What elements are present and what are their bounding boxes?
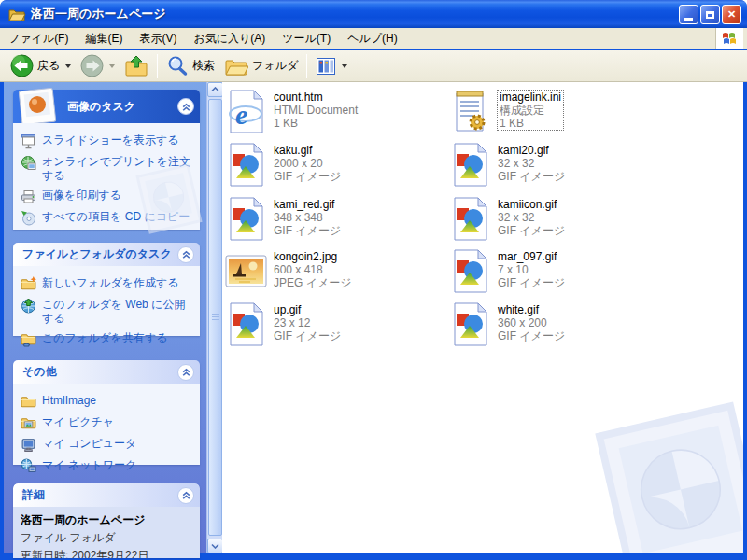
file-dimensions: 348 x 348 [274,211,341,224]
folders-label: フォルダ [252,58,298,74]
task-label: このフォルダを Web に公開する [42,298,194,326]
folder-window-icon [7,5,26,23]
file-type: GIF イメージ [274,329,341,343]
title-bar[interactable]: 洛西一周のホームページ ✕ [0,0,747,28]
search-button[interactable]: 検索 [162,52,219,80]
file-folder-tasks-header[interactable]: ファイルとフォルダのタスク [13,243,200,266]
gif-file-icon [448,197,492,241]
toolbar-separator [306,54,307,78]
file-name: kongoin2.jpg [274,250,352,263]
file-name: up.gif [274,303,341,316]
file-dimensions: 32 x 32 [498,211,565,224]
back-dropdown-arrow[interactable] [65,64,71,68]
file-type: GIF イメージ [274,170,341,183]
file-dimensions: 360 x 200 [498,316,565,329]
task-publish-web[interactable]: このフォルダを Web に公開する [21,298,194,326]
menu-file[interactable]: ファイル(F) [0,28,77,49]
place-label: マイ ネットワーク [42,458,136,474]
file-white-gif[interactable]: white.gif 360 x 200 GIF イメージ [448,302,668,351]
file-name: white.gif [498,303,565,316]
picture-tasks-icon [17,86,58,127]
details-folder-name: 洛西一周のホームページ [21,512,192,528]
collapse-chevron-icon[interactable] [177,364,194,381]
folders-button[interactable]: フォルダ [219,52,303,80]
place-my-computer[interactable]: マイ コンピュータ [21,437,194,453]
order-prints-icon [21,155,36,171]
file-dimensions: 7 x 10 [498,263,565,276]
scrollbar-thumb[interactable] [208,99,222,536]
place-label: HtmlImage [42,394,96,410]
details-panel: 詳細 洛西一周のホームページ ファイル フォルダ 更新日時: 2002年9月22… [13,483,200,558]
views-icon [316,56,336,77]
gif-file-icon [448,143,492,187]
close-button[interactable]: ✕ [722,5,741,24]
views-button[interactable] [311,52,352,80]
file-name: kaku.gif [274,144,341,157]
task-share-folder[interactable]: このフォルダを共有する [21,331,194,347]
menu-edit[interactable]: 編集(E) [77,28,131,49]
sidebar-scrollbar[interactable] [206,82,222,553]
minimize-button[interactable] [679,5,698,24]
menu-help[interactable]: ヘルプ(H) [339,28,406,49]
back-button[interactable]: 戻る [6,52,76,80]
collapse-chevron-icon[interactable] [177,98,194,115]
jpeg-file-icon [224,249,268,293]
slideshow-icon [21,133,36,149]
other-places-header[interactable]: その他 [13,360,200,384]
file-dimensions: 600 x 418 [274,263,352,276]
task-new-folder[interactable]: 新しいフォルダを作成する [21,276,194,292]
windows-flag-icon [715,28,743,49]
file-folder-tasks-title: ファイルとフォルダのタスク [22,246,172,262]
file-kaku-gif[interactable]: kaku.gif 2000 x 20 GIF イメージ [224,143,444,191]
gif-file-icon [224,143,268,187]
html-file-icon [224,90,268,133]
picture-tasks-panel: 画像のタスク スライドショーを表示する [13,90,200,230]
file-kamiicon-gif[interactable]: kamiicon.gif 32 x 32 GIF イメージ [448,197,668,245]
up-button[interactable] [120,52,153,80]
gif-file-icon [448,249,492,293]
forward-button[interactable] [76,52,120,80]
file-type: HTML Document [274,104,358,117]
place-my-network[interactable]: マイ ネットワーク [21,458,194,474]
task-view-slideshow[interactable]: スライドショーを表示する [21,133,194,149]
file-kami-red-gif[interactable]: kami_red.gif 348 x 348 GIF イメージ [224,197,444,245]
file-dimensions: 23 x 12 [274,316,341,329]
file-name: kamiicon.gif [498,198,565,211]
scroll-down-button[interactable] [207,539,223,553]
scroll-up-button[interactable] [207,82,223,97]
other-places-title: その他 [22,364,57,380]
details-header[interactable]: 詳細 [13,483,200,507]
file-imagelink-ini[interactable]: imagelink.ini 構成設定 1 KB [448,90,668,138]
folder-icon [21,394,36,410]
file-up-gif[interactable]: up.gif 23 x 12 GIF イメージ [224,302,444,351]
file-mar-097-gif[interactable]: mar_097.gif 7 x 10 GIF イメージ [448,249,668,298]
menu-view[interactable]: 表示(V) [131,28,185,49]
views-dropdown-arrow[interactable] [342,64,347,68]
publish-web-icon [21,298,36,314]
file-folder-tasks-panel: ファイルとフォルダのタスク 新しいフォルダを作成する [13,243,200,336]
file-type: GIF イメージ [498,276,565,289]
file-name: imagelink.ini [500,91,561,104]
file-kami20-gif[interactable]: kami20.gif 32 x 32 GIF イメージ [448,143,668,191]
file-dimensions: 32 x 32 [498,157,565,170]
details-modified-date: 更新日時: 2002年9月22日、 [21,548,192,558]
file-kongoin2-jpg[interactable]: kongoin2.jpg 600 x 418 JPEG イメージ [224,249,444,298]
share-folder-icon [21,331,36,347]
collapse-chevron-icon[interactable] [177,246,194,263]
menu-tools[interactable]: ツール(T) [274,28,339,49]
details-folder-type: ファイル フォルダ [21,530,192,546]
picture-tasks-header[interactable]: 画像のタスク [13,90,200,123]
forward-dropdown-arrow [109,64,115,68]
search-icon [166,55,189,77]
task-label: 新しいフォルダを作成する [42,276,179,292]
menu-favorites[interactable]: お気に入り(A) [185,28,274,49]
collapse-chevron-icon[interactable] [177,487,194,504]
details-title: 詳細 [22,487,45,503]
file-name: count.htm [274,91,358,104]
place-label: マイ ピクチャ [42,415,114,431]
maximize-button[interactable] [700,5,720,24]
file-count-htm[interactable]: count.htm HTML Document 1 KB [224,90,444,138]
place-my-pictures[interactable]: マイ ピクチャ [21,415,194,431]
place-htmlimage[interactable]: HtmlImage [21,394,194,410]
file-dimensions: 2000 x 20 [274,157,341,170]
